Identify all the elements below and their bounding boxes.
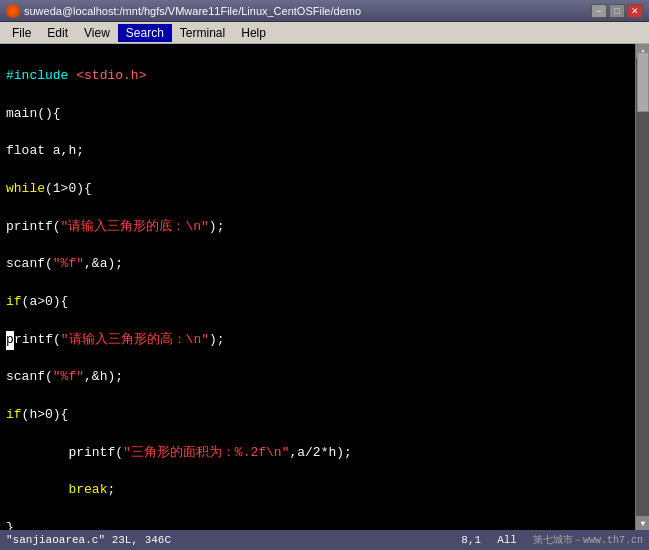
code-line-9: scanf("%f",&h); [6, 368, 629, 387]
scrollbar-arrow-down[interactable]: ▼ [636, 516, 649, 530]
code-line-6: scanf("%f",&a); [6, 255, 629, 274]
code-line-11: printf("三角形的面积为：%.2f\n",a/2*h); [6, 444, 629, 463]
editor-container: #include <stdio.h> main(){ float a,h; wh… [0, 44, 649, 530]
code-line-7: if(a>0){ [6, 293, 629, 312]
menu-terminal[interactable]: Terminal [172, 24, 233, 42]
maximize-button[interactable]: □ [609, 4, 625, 18]
statusbar-lines: 23L, [112, 534, 138, 546]
statusbar-fileinfo: "sanjiaoarea.c" 23L, 346C [6, 534, 171, 546]
code-line-5: printf("请输入三角形的底：\n"); [6, 218, 629, 237]
code-line-3: float a,h; [6, 142, 629, 161]
titlebar-title: suweda@localhost:/mnt/hgfs/VMware11File/… [24, 5, 361, 17]
scrollbar-thumb[interactable] [637, 52, 649, 112]
statusbar: "sanjiaoarea.c" 23L, 346C 8,1 All 第七城市－w… [0, 530, 649, 550]
statusbar-right: 8,1 All 第七城市－www.th7.cn [461, 533, 643, 547]
titlebar-left: suweda@localhost:/mnt/hgfs/VMware11File/… [6, 4, 361, 18]
minimize-button[interactable]: − [591, 4, 607, 18]
window-controls[interactable]: − □ ✕ [591, 4, 643, 18]
watermark: 第七城市－www.th7.cn [533, 533, 643, 547]
close-button[interactable]: ✕ [627, 4, 643, 18]
statusbar-mode: All [497, 534, 517, 546]
menu-view[interactable]: View [76, 24, 118, 42]
statusbar-filename: "sanjiaoarea.c" [6, 534, 105, 546]
terminal-icon [6, 4, 20, 18]
scrollbar[interactable]: ▲ ▼ [635, 44, 649, 530]
menu-file[interactable]: File [4, 24, 39, 42]
menubar: File Edit View Search Terminal Help [0, 22, 649, 44]
menu-edit[interactable]: Edit [39, 24, 76, 42]
code-line-10: if(h>0){ [6, 406, 629, 425]
titlebar: suweda@localhost:/mnt/hgfs/VMware11File/… [0, 0, 649, 22]
code-line-13: } [6, 519, 629, 530]
code-line-12: break; [6, 481, 629, 500]
editor-content[interactable]: #include <stdio.h> main(){ float a,h; wh… [0, 44, 635, 530]
code-line-2: main(){ [6, 105, 629, 124]
code-line-4: while(1>0){ [6, 180, 629, 199]
code-line-1: #include <stdio.h> [6, 67, 629, 86]
menu-help[interactable]: Help [233, 24, 274, 42]
statusbar-position: 8,1 [461, 534, 481, 546]
code-line-8: printf("请输入三角形的高：\n"); [6, 331, 629, 350]
statusbar-chars: 346C [145, 534, 171, 546]
menu-search[interactable]: Search [118, 24, 172, 42]
